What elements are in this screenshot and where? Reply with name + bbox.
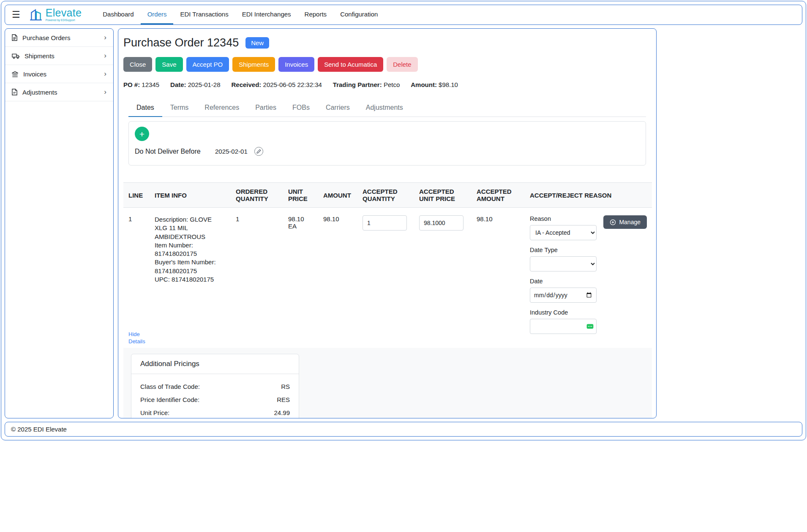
tab-parties[interactable]: Parties: [247, 99, 284, 117]
nav-configuration[interactable]: Configuration: [333, 5, 384, 24]
buyers-item-number: Buyer's Item Number: 817418020175: [155, 258, 226, 275]
hamburger-menu-icon[interactable]: ☰: [12, 9, 20, 20]
page-title: Purchase Order 12345: [123, 36, 239, 49]
item-info-cell: Description: GLOVE XLG 11 MIL AMBIDEXTRO…: [150, 208, 231, 348]
sidebar-item-label: Purchase Orders: [22, 34, 70, 41]
pricing-row-price-identifier: Price Identifier Code: RES: [131, 393, 299, 406]
tab-adjustments[interactable]: Adjustments: [358, 99, 411, 117]
date-type-select[interactable]: [530, 256, 597, 271]
table-row: 1 Hide Details Description: GLOVE XLG 11…: [123, 208, 652, 348]
po-meta-row: PO #: 12345 Date: 2025-01-28 Received: 2…: [123, 81, 651, 88]
sidebar-item-shipments[interactable]: Shipments ›: [5, 47, 113, 65]
brand-logo[interactable]: Elevate Powered by EDISupport: [29, 5, 82, 24]
po-date: Date: 2025-01-28: [170, 81, 220, 88]
nav-edi-interchanges[interactable]: EDI Interchanges: [235, 5, 298, 24]
bank-icon: [12, 71, 18, 77]
footer: © 2025 EDI Elevate: [5, 422, 802, 437]
col-header-accepted-amount: ACCEPTED AMOUNT: [472, 183, 525, 208]
col-header-accepted-unit-price: ACCEPTED UNIT PRICE: [414, 183, 472, 208]
date-value: 2025-02-01: [215, 148, 248, 155]
edit-date-button[interactable]: [254, 147, 263, 156]
invoices-button[interactable]: Invoices: [278, 57, 314, 72]
brand-name: Elevate: [46, 8, 82, 18]
tab-carriers[interactable]: Carriers: [318, 99, 358, 117]
item-number: Item Number: 817418020175: [155, 241, 226, 258]
details-row: Additional Pricings Class of Trade Code:…: [123, 348, 652, 418]
manage-button[interactable]: Manage: [603, 215, 647, 229]
plus-icon: +: [139, 130, 144, 138]
accepted-quantity-input[interactable]: [363, 215, 407, 231]
col-header-unit-price: UNIT PRICE: [283, 183, 318, 208]
industry-code-lookup-icon[interactable]: [586, 324, 594, 329]
elevate-logo-icon: [29, 8, 43, 22]
col-header-line: LINE: [123, 183, 150, 208]
accepted-unit-price-input[interactable]: [419, 215, 463, 231]
sidebar-item-invoices[interactable]: Invoices ›: [5, 65, 113, 83]
pricing-row-unit-price: Unit Price: 24.99: [131, 406, 299, 418]
accept-reject-reason-cell: Reason IA - Accepted Date Type: [525, 208, 652, 348]
details-cell: Additional Pricings Class of Trade Code:…: [123, 348, 652, 418]
brand-tagline: Powered by EDISupport: [46, 19, 82, 22]
po-received-label: Received:: [232, 81, 262, 88]
nav-orders[interactable]: Orders: [141, 5, 174, 24]
po-number: PO #: 12345: [123, 81, 159, 88]
main-panel: Purchase Order 12345 New Close Save Acce…: [118, 28, 657, 418]
line-number-cell: 1 Hide Details: [123, 208, 150, 348]
shipments-button[interactable]: Shipments: [232, 57, 275, 72]
po-number-label: PO #:: [123, 81, 140, 88]
po-amount: Amount: $98.10: [411, 81, 458, 88]
close-button[interactable]: Close: [123, 57, 152, 72]
action-toolbar: Close Save Accept PO Shipments Invoices …: [123, 57, 651, 72]
hide-details-link[interactable]: Hide Details: [128, 331, 151, 345]
po-amount-value: $98.10: [439, 81, 458, 88]
sidebar-item-label: Shipments: [25, 52, 55, 60]
document-icon: [12, 89, 17, 95]
col-header-item-info: ITEM INFO: [150, 183, 231, 208]
po-tabs: Dates Terms References Parties FOBs Carr…: [128, 99, 646, 117]
delete-button[interactable]: Delete: [387, 57, 417, 72]
chevron-right-icon: ›: [104, 33, 106, 42]
footer-text: © 2025 EDI Elevate: [11, 426, 67, 433]
unit-price-cell: 98.10 EA: [283, 208, 318, 348]
sidebar: Purchase Orders › Shipments › Invoices ›: [5, 28, 114, 418]
send-to-acumatica-button[interactable]: Send to Acumatica: [318, 57, 383, 72]
table-header-row: LINE ITEM INFO ORDERED QUANTITY UNIT PRI…: [123, 183, 652, 208]
col-header-accept-reject-reason: ACCEPT/REJECT REASON: [525, 183, 652, 208]
tab-dates[interactable]: Dates: [128, 99, 162, 117]
nav-edi-transactions[interactable]: EDI Transactions: [173, 5, 235, 24]
pricing-row-class-of-trade: Class of Trade Code: RS: [131, 380, 299, 393]
po-received: Received: 2025-06-05 22:32:34: [232, 81, 322, 88]
tab-terms[interactable]: Terms: [162, 99, 197, 117]
navbar: ☰ Elevate Powered by EDISupport Dashboar…: [5, 5, 802, 25]
date-row: Do Not Deliver Before 2025-02-01: [135, 147, 640, 156]
sidebar-item-label: Adjustments: [22, 89, 57, 96]
document-icon: [12, 34, 17, 41]
sidebar-item-label: Invoices: [23, 71, 46, 78]
date-qualifier-label: Do Not Deliver Before: [135, 148, 215, 155]
sidebar-item-adjustments[interactable]: Adjustments ›: [5, 83, 113, 101]
date-input[interactable]: [530, 288, 597, 303]
save-button[interactable]: Save: [155, 57, 183, 72]
col-header-accepted-quantity: ACCEPTED QUANTITY: [357, 183, 414, 208]
pricing-value: RES: [277, 396, 290, 403]
pricing-label: Unit Price:: [140, 409, 169, 416]
main-nav: Dashboard Orders EDI Transactions EDI In…: [96, 5, 384, 24]
chevron-right-icon: ›: [104, 70, 106, 78]
sidebar-item-purchase-orders[interactable]: Purchase Orders ›: [5, 29, 113, 47]
item-description: Description: GLOVE XLG 11 MIL AMBIDEXTRO…: [155, 215, 226, 241]
date-type-label: Date Type: [530, 247, 597, 253]
nav-reports[interactable]: Reports: [298, 5, 334, 24]
item-upc: UPC: 817418020175: [155, 275, 226, 284]
reason-label: Reason: [530, 215, 597, 222]
pencil-icon: [256, 149, 261, 154]
tab-references[interactable]: References: [196, 99, 247, 117]
nav-dashboard[interactable]: Dashboard: [96, 5, 140, 24]
po-received-value: 2025-06-05 22:32:34: [263, 81, 322, 88]
manage-button-label: Manage: [619, 219, 641, 225]
industry-code-label: Industry Code: [530, 309, 597, 316]
accept-po-button[interactable]: Accept PO: [186, 57, 229, 72]
reason-select[interactable]: IA - Accepted: [530, 225, 597, 240]
tab-fobs[interactable]: FOBs: [284, 99, 318, 117]
add-date-button[interactable]: +: [135, 127, 149, 141]
reason-form-stack: Reason IA - Accepted Date Type: [530, 215, 597, 340]
